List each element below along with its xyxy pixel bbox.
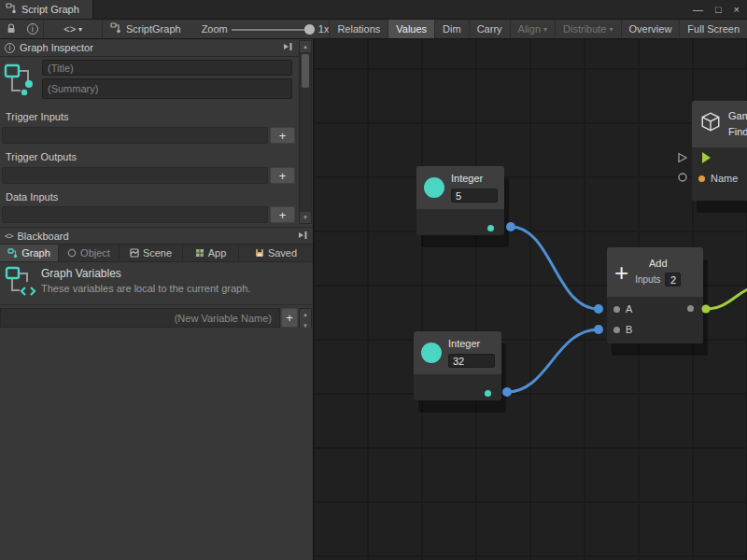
wire-endpoint[interactable] [594, 304, 603, 314]
node-body: Name [692, 147, 747, 201]
wire-int32-to-b[interactable] [507, 329, 599, 392]
info-icon: i [27, 23, 38, 35]
distribute-button[interactable]: Distribute▾ [555, 20, 620, 38]
wire-endpoint[interactable] [506, 222, 515, 231]
script-graph-icon [6, 1, 17, 18]
tab-title: Script Graph [21, 4, 79, 15]
value-output-port[interactable] [485, 390, 491, 397]
name-port-label: Name [711, 173, 738, 184]
graph-title-input[interactable] [42, 60, 292, 76]
chevron-down-icon: ▾ [610, 25, 613, 34]
sum-output-port[interactable] [687, 305, 694, 312]
trigger-inputs-label: Trigger Inputs [6, 111, 68, 122]
add-node[interactable]: + Add Inputs 2 A B [607, 247, 703, 343]
graph-variables-subtitle: These variables are local to the current… [41, 283, 250, 294]
divider [0, 304, 313, 305]
info-icon: i [5, 43, 15, 53]
graph-name-button[interactable]: ScriptGraph [102, 20, 189, 38]
zoom-slider-handle[interactable] [304, 24, 315, 35]
data-inputs-add-button[interactable]: + [270, 206, 295, 223]
trigger-inputs-add-button[interactable]: + [270, 127, 295, 144]
scroll-up-icon[interactable]: ▲ [300, 41, 311, 52]
dock-icon[interactable] [297, 230, 308, 243]
relations-button[interactable]: Relations [329, 20, 388, 38]
inputs-count-field[interactable]: 2 [665, 273, 681, 287]
dim-button[interactable]: Dim [434, 20, 469, 38]
port-a-label: A [626, 303, 632, 315]
integer-node-5[interactable]: Integer 5 [416, 166, 504, 235]
wire-add-output[interactable] [706, 287, 747, 309]
object-tab-icon [67, 248, 77, 258]
graph-canvas[interactable]: Integer 5 Integer 32 + Add Inputs [314, 39, 747, 560]
zoom-slider[interactable] [232, 20, 315, 38]
integer-value-field[interactable]: 5 [451, 189, 498, 203]
wire-endpoint[interactable] [502, 387, 512, 397]
scroll-down-icon[interactable]: ▼ [300, 212, 311, 223]
tab-app[interactable]: App [183, 245, 239, 261]
maximize-icon[interactable]: □ [715, 5, 722, 15]
integer-node-32[interactable]: Integer 32 [414, 331, 501, 400]
zoom-label: Zoom [202, 20, 228, 38]
graph-summary-input[interactable] [42, 78, 292, 99]
scroll-up-icon[interactable]: ▲ [300, 309, 311, 320]
values-button[interactable]: Values [388, 20, 434, 38]
trigger-outputs-add-button[interactable]: + [270, 167, 295, 184]
zoom-slider-track [232, 29, 315, 31]
add-variable-button[interactable]: + [281, 308, 298, 328]
graph-unit-icon [4, 62, 37, 103]
tab-object[interactable]: Object [59, 245, 120, 261]
carry-button[interactable]: Carry [469, 20, 510, 38]
input-port-a[interactable] [613, 306, 620, 313]
lock-button[interactable] [0, 20, 21, 38]
new-variable-input[interactable] [0, 308, 280, 328]
integer-icon [424, 177, 444, 198]
source-toggle-button[interactable]: <> ▾ [43, 20, 101, 38]
variables-empty-area [0, 329, 313, 560]
tab-scene[interactable]: Scene [120, 245, 183, 261]
node-body [416, 209, 504, 235]
node-title-line1: Game [728, 110, 747, 123]
node-header: + Add Inputs 2 [607, 247, 703, 297]
name-input-port[interactable] [698, 175, 705, 182]
chevron-down-icon: ▾ [543, 25, 547, 34]
tab-saved[interactable]: Saved [239, 245, 313, 261]
blackboard-title: Blackboard [18, 231, 69, 242]
tab-graph[interactable]: Graph [0, 245, 59, 261]
wire-int5-to-a[interactable] [511, 227, 599, 309]
info-button[interactable]: i [21, 20, 43, 38]
flow-port-marker[interactable] [679, 154, 686, 162]
node-header: Integer 5 [416, 166, 504, 209]
close-icon[interactable]: × [734, 5, 740, 15]
chevron-down-icon: ▾ [78, 25, 82, 34]
trigger-outputs-list [2, 167, 268, 184]
graph-variables-icon [5, 265, 38, 302]
graph-name-label: ScriptGraph [126, 23, 181, 35]
wire-endpoint[interactable] [594, 325, 603, 334]
overview-button[interactable]: Overview [621, 20, 680, 38]
flow-port-row [692, 147, 747, 168]
port-row-b: B [607, 319, 703, 340]
node-title-line2: Find [728, 126, 747, 139]
port-b-label: B [626, 324, 632, 335]
tab-script-graph[interactable]: Script Graph [0, 0, 93, 19]
port-row-a: A [607, 299, 703, 319]
node-header: Integer 32 [414, 331, 501, 374]
window-controls: — □ × [693, 0, 740, 19]
minimize-icon[interactable]: — [693, 5, 703, 15]
integer-icon [421, 343, 442, 363]
zoom-value: 1x [318, 20, 330, 38]
input-port-b[interactable] [613, 327, 620, 333]
value-port-marker[interactable] [679, 174, 686, 181]
find-node[interactable]: Game Find Name [692, 101, 747, 201]
trigger-outputs-label: Trigger Outputs [6, 151, 77, 162]
node-body: A B [607, 297, 703, 343]
scrollbar-thumb[interactable] [302, 54, 309, 88]
align-button[interactable]: Align▾ [510, 20, 555, 38]
app-tab-icon [195, 248, 204, 258]
integer-value-field[interactable]: 32 [448, 354, 495, 368]
full-screen-button[interactable]: Full Screen [679, 20, 747, 38]
flow-input-arrow-icon[interactable] [702, 152, 711, 163]
dock-icon[interactable] [282, 41, 293, 54]
value-output-port[interactable] [487, 225, 494, 231]
inspector-scrollbar[interactable]: ▲ ▼ [299, 40, 312, 224]
